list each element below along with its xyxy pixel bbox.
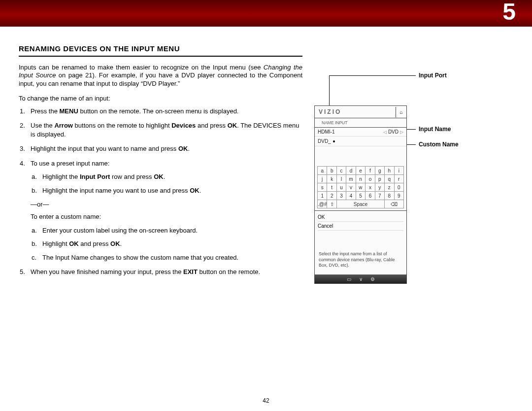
kbd-key: n bbox=[356, 175, 365, 183]
osd-input-port-row: HDMI-1 ◁ DVD ▷ bbox=[315, 128, 406, 137]
kbd-row: stuvwxyz0 bbox=[318, 183, 404, 192]
kbd-key: 0 bbox=[394, 183, 404, 192]
osd-custom-name-row: DVD_ bbox=[315, 137, 406, 146]
substep: Highlight the Input Port row and press O… bbox=[31, 172, 302, 181]
callout-input-port: Input Port bbox=[419, 72, 447, 79]
kbd-key: v bbox=[346, 183, 356, 192]
substeps: Enter your custom label using the on-scr… bbox=[31, 226, 302, 262]
substep: Enter your custom label using the on-scr… bbox=[31, 226, 302, 235]
intro-text: Inputs can be renamed to make them easie… bbox=[19, 64, 264, 71]
kbd-key: q bbox=[385, 175, 394, 183]
kbd-key: t bbox=[327, 183, 336, 192]
kbd-key: x bbox=[366, 183, 375, 192]
osd-breadcrumb: NAME INPUT bbox=[315, 118, 406, 128]
kbd-key: f bbox=[366, 167, 375, 175]
kbd-key: g bbox=[375, 167, 384, 175]
kbd-key: a bbox=[318, 167, 327, 175]
kbd-key: j bbox=[318, 175, 327, 183]
kbd-shift-key: ⇧ bbox=[327, 200, 336, 208]
kbd-key: 5 bbox=[356, 192, 365, 200]
callout-marker-icon bbox=[333, 140, 335, 142]
kbd-key: z bbox=[385, 183, 394, 192]
substep: The Input Name changes to show the custo… bbox=[31, 253, 302, 262]
chevron-down-icon: ∨ bbox=[359, 276, 363, 282]
kbd-key: s bbox=[318, 183, 327, 192]
kbd-key: i bbox=[394, 167, 404, 175]
osd-brand: VIZIO bbox=[315, 106, 396, 118]
step: Use the Arrow buttons on the remote to h… bbox=[19, 121, 302, 138]
procedure-lead: To change the name of an input: bbox=[19, 95, 302, 102]
callout-line bbox=[329, 75, 330, 106]
chapter-header: 5 bbox=[0, 0, 532, 27]
step: When you have finished naming your input… bbox=[19, 268, 302, 276]
text-column: RENAMING DEVICES ON THE INPUT MENU Input… bbox=[19, 44, 308, 282]
or-separator: —or— bbox=[31, 200, 302, 209]
osd-port-value: DVD bbox=[388, 129, 399, 135]
osd-titlebar: VIZIO ⌂ bbox=[315, 106, 406, 118]
osd-ok: OK bbox=[318, 213, 403, 222]
kbd-row: abcdefghi bbox=[318, 167, 404, 175]
substep: Highlight OK and press OK. bbox=[31, 240, 302, 248]
wide-icon: ▭ bbox=[347, 276, 351, 282]
kbd-backspace-key: ⌫ bbox=[385, 200, 404, 208]
kbd-key: l bbox=[336, 175, 346, 183]
kbd-key: 2 bbox=[327, 192, 336, 200]
kbd-key: d bbox=[346, 167, 356, 175]
kbd-key: u bbox=[336, 183, 346, 192]
kbd-key: c bbox=[336, 167, 346, 175]
callout-custom-name: Custom Name bbox=[419, 141, 459, 148]
kbd-key: 6 bbox=[366, 192, 375, 200]
procedure-steps: Press the MENU button on the remote. The… bbox=[19, 107, 302, 276]
osd-port-label: HDMI-1 bbox=[318, 129, 383, 135]
kbd-key: 9 bbox=[394, 192, 404, 200]
intro-paragraph: Inputs can be renamed to make them easie… bbox=[19, 64, 302, 88]
substeps: Highlight the Input Port row and press O… bbox=[31, 172, 302, 195]
kbd-key: 3 bbox=[336, 192, 346, 200]
kbd-key: k bbox=[327, 175, 336, 183]
home-icon: ⌂ bbox=[396, 107, 406, 117]
kbd-key: m bbox=[346, 175, 356, 183]
kbd-key: r bbox=[394, 175, 404, 183]
substep: Highlight the input name you want to use… bbox=[31, 186, 302, 195]
osd-actions: OK Cancel bbox=[315, 210, 406, 233]
kbd-key: 8 bbox=[385, 192, 394, 200]
kbd-key: o bbox=[366, 175, 375, 183]
kbd-key: p bbox=[375, 175, 384, 183]
kbd-row: jklmnopqr bbox=[318, 175, 404, 183]
step: Press the MENU button on the remote. The… bbox=[19, 107, 302, 116]
kbd-space-key: Space bbox=[336, 200, 384, 208]
osd-custom-value: DVD_ bbox=[318, 138, 331, 144]
gear-icon: ⚙ bbox=[370, 276, 375, 282]
step: To use a preset input name: Highlight th… bbox=[19, 159, 302, 262]
chapter-number: 5 bbox=[502, 0, 516, 25]
section-title: RENAMING DEVICES ON THE INPUT MENU bbox=[19, 44, 302, 53]
osd-cancel: Cancel bbox=[318, 222, 403, 231]
kbd-key: 7 bbox=[375, 192, 384, 200]
kbd-symbols-key: .@# bbox=[318, 200, 327, 208]
kbd-key: 1 bbox=[318, 192, 327, 200]
figure-column: Input Port Input Name Custom Name VIZIO … bbox=[308, 44, 513, 282]
section-rule bbox=[19, 56, 302, 57]
osd-hint: Select the input name from a list of com… bbox=[315, 233, 406, 274]
callout-input-name: Input Name bbox=[419, 126, 451, 133]
page-number: 42 bbox=[0, 397, 532, 404]
callout-line bbox=[329, 75, 416, 76]
osd-footer: ▭ ∨ ⚙ bbox=[315, 274, 406, 283]
kbd-row: .@# ⇧ Space ⌫ bbox=[318, 200, 404, 208]
arrow-left-icon: ◁ bbox=[383, 130, 387, 135]
osd-menu: VIZIO ⌂ NAME INPUT HDMI-1 ◁ DVD ▷ DVD_ a… bbox=[314, 105, 407, 284]
kbd-key: h bbox=[385, 167, 394, 175]
kbd-key: b bbox=[327, 167, 336, 175]
step: Highlight the input that you want to nam… bbox=[19, 144, 302, 153]
intro-text: on page 21). For example, if you have a … bbox=[19, 71, 302, 87]
kbd-key: e bbox=[356, 167, 365, 175]
kbd-key: w bbox=[356, 183, 365, 192]
custom-name-lead: To enter a custom name: bbox=[31, 212, 302, 221]
osd-keyboard: abcdefghi jklmnopqr stuvwxyz0 123456789 … bbox=[317, 166, 404, 208]
kbd-row: 123456789 bbox=[318, 192, 404, 200]
kbd-key: 4 bbox=[346, 192, 356, 200]
arrow-right-icon: ▷ bbox=[400, 130, 403, 135]
kbd-key: y bbox=[375, 183, 384, 192]
